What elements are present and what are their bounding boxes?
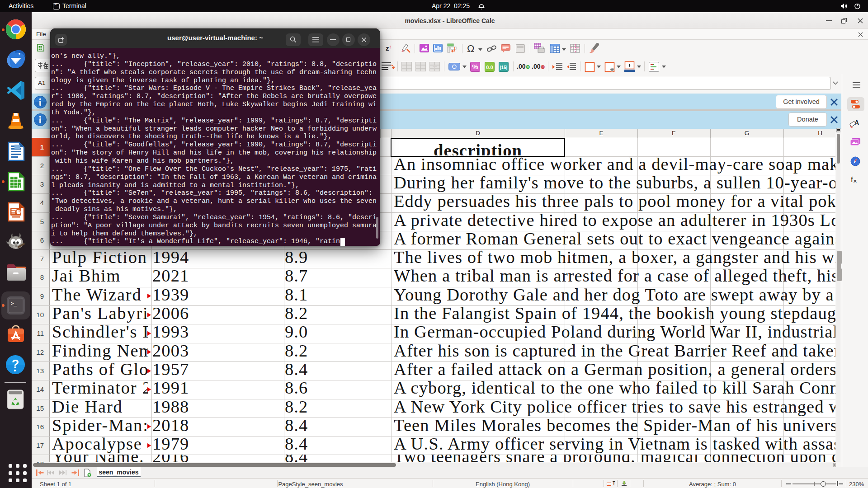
svg-text:?: ? (12, 357, 19, 371)
svg-text:0.0: 0.0 (486, 65, 493, 70)
svg-text:|15|: |15| (500, 65, 508, 70)
svg-text:%: % (472, 63, 478, 70)
